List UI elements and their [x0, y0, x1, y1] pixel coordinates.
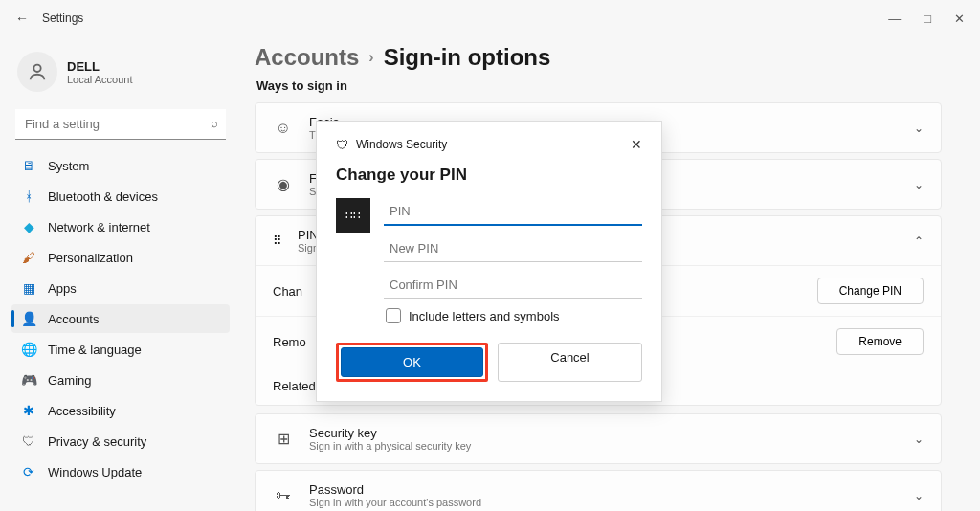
keypad-icon: ∷∷: [336, 198, 370, 233]
window-title: Settings: [42, 11, 83, 25]
pin-icon: ⠿: [273, 233, 282, 248]
sidebar-item-accessibility[interactable]: ✱Accessibility: [11, 396, 230, 425]
chevron-right-icon: ›: [368, 49, 373, 66]
nav-icon: ᚼ: [21, 189, 36, 204]
nav-label: Apps: [48, 281, 77, 296]
nav-label: System: [48, 159, 89, 173]
ok-button[interactable]: OK: [341, 347, 483, 377]
nav-label: Personalization: [48, 251, 133, 265]
section-label: Ways to sign in: [256, 78, 942, 93]
dialog-close-button[interactable]: ✕: [631, 137, 642, 152]
nav-label: Privacy & security: [48, 434, 146, 449]
nav-label: Time & language: [48, 343, 142, 357]
current-pin-input[interactable]: [384, 198, 642, 226]
nav-icon: 🌐: [21, 342, 36, 357]
back-button[interactable]: ←: [10, 11, 34, 26]
search-box: ⌕: [15, 109, 226, 140]
key-icon: ⊞: [273, 430, 294, 448]
fingerprint-icon: ◉: [273, 175, 294, 193]
sidebar-item-bluetooth-devices[interactable]: ᚼBluetooth & devices: [11, 182, 230, 211]
sidebar-item-network-internet[interactable]: ◆Network & internet: [11, 212, 230, 241]
sidebar-item-accounts[interactable]: 👤Accounts: [11, 304, 230, 333]
sidebar-item-personalization[interactable]: 🖌Personalization: [11, 243, 230, 272]
user-block[interactable]: DELL Local Account: [11, 46, 230, 109]
nav-label: Bluetooth & devices: [48, 189, 158, 204]
face-icon: ☺: [273, 120, 294, 137]
window-controls: — □ ✕: [888, 11, 970, 26]
row-label: Chan: [273, 284, 302, 299]
user-name: DELL: [67, 59, 133, 74]
search-input[interactable]: [15, 109, 226, 140]
user-icon: [27, 61, 48, 82]
sidebar-item-time-language[interactable]: 🌐Time & language: [11, 335, 230, 364]
option-password[interactable]: 🗝 Password Sign in with your account's p…: [255, 470, 942, 511]
remove-pin-button[interactable]: Remove: [836, 328, 924, 355]
option-security-key[interactable]: ⊞ Security key Sign in with a physical s…: [255, 413, 942, 464]
breadcrumb: Accounts › Sign-in options: [255, 44, 942, 71]
chevron-down-icon: ⌄: [914, 178, 924, 191]
svg-point-0: [33, 65, 40, 72]
option-subtitle: Sign in with a physical security key: [309, 440, 471, 452]
sidebar-item-windows-update[interactable]: ⟳Windows Update: [11, 457, 230, 486]
maximize-button[interactable]: □: [924, 11, 931, 26]
ok-button-highlight: OK: [336, 343, 488, 382]
sidebar: DELL Local Account ⌕ 🖥SystemᚼBluetooth &…: [0, 36, 237, 511]
sidebar-item-gaming[interactable]: 🎮Gaming: [11, 366, 230, 394]
change-pin-button[interactable]: Change PIN: [817, 278, 924, 304]
nav-icon: 🖌: [21, 250, 36, 265]
breadcrumb-current: Sign-in options: [384, 44, 551, 71]
confirm-pin-input[interactable]: [384, 272, 642, 299]
nav-label: Gaming: [48, 373, 92, 388]
nav-icon: 👤: [21, 311, 36, 326]
dialog-header-title: Windows Security: [356, 138, 447, 151]
sidebar-item-system[interactable]: 🖥System: [11, 151, 230, 180]
user-account-type: Local Account: [67, 74, 133, 85]
shield-icon: 🛡: [336, 138, 348, 152]
nav-icon: ▦: [21, 280, 36, 296]
nav-icon: 🖥: [21, 158, 36, 173]
sidebar-item-apps[interactable]: ▦Apps: [11, 274, 230, 302]
option-title: Password: [309, 482, 481, 497]
nav-label: Network & internet: [48, 220, 150, 234]
option-title: Security key: [309, 426, 471, 440]
nav-icon: ◆: [21, 219, 36, 234]
chevron-up-icon: ⌃: [914, 234, 924, 248]
row-label: Remo: [273, 335, 306, 349]
sidebar-item-privacy-security[interactable]: 🛡Privacy & security: [11, 427, 230, 455]
include-letters-checkbox[interactable]: [386, 308, 401, 323]
nav-icon: ✱: [21, 403, 36, 418]
minimize-button[interactable]: —: [888, 11, 901, 26]
nav-label: Accounts: [48, 312, 99, 326]
avatar: [17, 52, 57, 92]
breadcrumb-parent[interactable]: Accounts: [255, 44, 359, 71]
nav-icon: 🎮: [21, 372, 36, 388]
nav-icon: 🛡: [21, 433, 36, 449]
checkbox-label: Include letters and symbols: [409, 309, 560, 323]
cancel-button[interactable]: Cancel: [498, 343, 642, 382]
chevron-down-icon: ⌄: [914, 433, 924, 446]
search-icon: ⌕: [211, 116, 218, 130]
close-button[interactable]: ✕: [954, 11, 965, 26]
titlebar: ← Settings — □ ✕: [0, 0, 980, 36]
chevron-down-icon: ⌄: [914, 122, 924, 135]
new-pin-input[interactable]: [384, 235, 642, 262]
nav-label: Windows Update: [48, 465, 142, 479]
dialog-title: Change your PIN: [336, 166, 642, 185]
nav-icon: ⟳: [21, 464, 36, 479]
windows-security-dialog: 🛡 Windows Security ✕ Change your PIN ∷∷ …: [316, 121, 662, 402]
nav-label: Accessibility: [48, 404, 116, 418]
password-icon: 🗝: [273, 487, 294, 504]
nav-list: 🖥SystemᚼBluetooth & devices◆Network & in…: [11, 151, 230, 486]
option-subtitle: Sign in with your account's password: [309, 497, 481, 508]
chevron-down-icon: ⌄: [914, 489, 924, 502]
